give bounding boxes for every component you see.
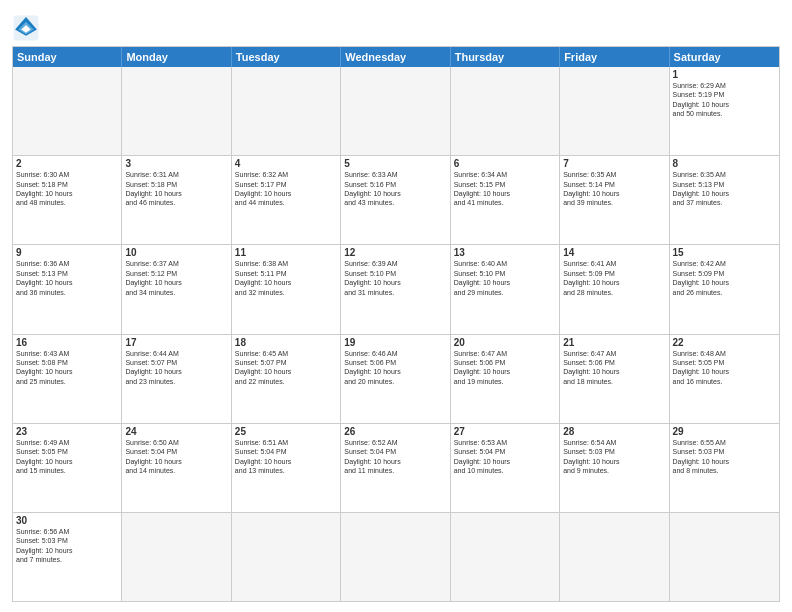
calendar-cell: 26Sunrise: 6:52 AM Sunset: 5:04 PM Dayli… [341, 424, 450, 512]
calendar: SundayMondayTuesdayWednesdayThursdayFrid… [12, 46, 780, 602]
calendar-row-4: 23Sunrise: 6:49 AM Sunset: 5:05 PM Dayli… [13, 424, 779, 513]
weekday-header-thursday: Thursday [451, 47, 560, 67]
logo [12, 14, 44, 42]
calendar-cell [451, 67, 560, 155]
weekday-header-friday: Friday [560, 47, 669, 67]
calendar-cell [232, 67, 341, 155]
calendar-body: 1Sunrise: 6:29 AM Sunset: 5:19 PM Daylig… [13, 67, 779, 601]
cell-info: Sunrise: 6:55 AM Sunset: 5:03 PM Dayligh… [673, 438, 776, 476]
day-number: 19 [344, 337, 446, 348]
calendar-cell [341, 67, 450, 155]
cell-info: Sunrise: 6:37 AM Sunset: 5:12 PM Dayligh… [125, 259, 227, 297]
cell-info: Sunrise: 6:44 AM Sunset: 5:07 PM Dayligh… [125, 349, 227, 387]
cell-info: Sunrise: 6:48 AM Sunset: 5:05 PM Dayligh… [673, 349, 776, 387]
calendar-cell: 15Sunrise: 6:42 AM Sunset: 5:09 PM Dayli… [670, 245, 779, 333]
cell-info: Sunrise: 6:46 AM Sunset: 5:06 PM Dayligh… [344, 349, 446, 387]
calendar-row-3: 16Sunrise: 6:43 AM Sunset: 5:08 PM Dayli… [13, 335, 779, 424]
day-number: 24 [125, 426, 227, 437]
day-number: 25 [235, 426, 337, 437]
cell-info: Sunrise: 6:38 AM Sunset: 5:11 PM Dayligh… [235, 259, 337, 297]
cell-info: Sunrise: 6:29 AM Sunset: 5:19 PM Dayligh… [673, 81, 776, 119]
calendar-row-1: 2Sunrise: 6:30 AM Sunset: 5:18 PM Daylig… [13, 156, 779, 245]
day-number: 23 [16, 426, 118, 437]
day-number: 3 [125, 158, 227, 169]
weekday-header-monday: Monday [122, 47, 231, 67]
cell-info: Sunrise: 6:42 AM Sunset: 5:09 PM Dayligh… [673, 259, 776, 297]
cell-info: Sunrise: 6:34 AM Sunset: 5:15 PM Dayligh… [454, 170, 556, 208]
day-number: 9 [16, 247, 118, 258]
calendar-cell: 25Sunrise: 6:51 AM Sunset: 5:04 PM Dayli… [232, 424, 341, 512]
day-number: 15 [673, 247, 776, 258]
cell-info: Sunrise: 6:39 AM Sunset: 5:10 PM Dayligh… [344, 259, 446, 297]
weekday-header-wednesday: Wednesday [341, 47, 450, 67]
day-number: 28 [563, 426, 665, 437]
cell-info: Sunrise: 6:35 AM Sunset: 5:13 PM Dayligh… [673, 170, 776, 208]
header [12, 10, 780, 42]
calendar-cell [560, 67, 669, 155]
calendar-header: SundayMondayTuesdayWednesdayThursdayFrid… [13, 47, 779, 67]
calendar-cell [122, 513, 231, 601]
cell-info: Sunrise: 6:35 AM Sunset: 5:14 PM Dayligh… [563, 170, 665, 208]
weekday-header-saturday: Saturday [670, 47, 779, 67]
cell-info: Sunrise: 6:54 AM Sunset: 5:03 PM Dayligh… [563, 438, 665, 476]
calendar-cell: 24Sunrise: 6:50 AM Sunset: 5:04 PM Dayli… [122, 424, 231, 512]
cell-info: Sunrise: 6:50 AM Sunset: 5:04 PM Dayligh… [125, 438, 227, 476]
day-number: 11 [235, 247, 337, 258]
calendar-cell: 4Sunrise: 6:32 AM Sunset: 5:17 PM Daylig… [232, 156, 341, 244]
day-number: 20 [454, 337, 556, 348]
calendar-cell [122, 67, 231, 155]
cell-info: Sunrise: 6:43 AM Sunset: 5:08 PM Dayligh… [16, 349, 118, 387]
calendar-row-2: 9Sunrise: 6:36 AM Sunset: 5:13 PM Daylig… [13, 245, 779, 334]
day-number: 14 [563, 247, 665, 258]
calendar-cell [13, 67, 122, 155]
cell-info: Sunrise: 6:56 AM Sunset: 5:03 PM Dayligh… [16, 527, 118, 565]
cell-info: Sunrise: 6:41 AM Sunset: 5:09 PM Dayligh… [563, 259, 665, 297]
cell-info: Sunrise: 6:53 AM Sunset: 5:04 PM Dayligh… [454, 438, 556, 476]
cell-info: Sunrise: 6:47 AM Sunset: 5:06 PM Dayligh… [563, 349, 665, 387]
calendar-cell: 12Sunrise: 6:39 AM Sunset: 5:10 PM Dayli… [341, 245, 450, 333]
cell-info: Sunrise: 6:31 AM Sunset: 5:18 PM Dayligh… [125, 170, 227, 208]
weekday-header-sunday: Sunday [13, 47, 122, 67]
day-number: 30 [16, 515, 118, 526]
cell-info: Sunrise: 6:45 AM Sunset: 5:07 PM Dayligh… [235, 349, 337, 387]
calendar-cell: 22Sunrise: 6:48 AM Sunset: 5:05 PM Dayli… [670, 335, 779, 423]
calendar-cell: 13Sunrise: 6:40 AM Sunset: 5:10 PM Dayli… [451, 245, 560, 333]
calendar-cell: 18Sunrise: 6:45 AM Sunset: 5:07 PM Dayli… [232, 335, 341, 423]
cell-info: Sunrise: 6:47 AM Sunset: 5:06 PM Dayligh… [454, 349, 556, 387]
calendar-cell [670, 513, 779, 601]
cell-info: Sunrise: 6:49 AM Sunset: 5:05 PM Dayligh… [16, 438, 118, 476]
day-number: 10 [125, 247, 227, 258]
calendar-cell: 10Sunrise: 6:37 AM Sunset: 5:12 PM Dayli… [122, 245, 231, 333]
logo-icon [12, 14, 40, 42]
day-number: 13 [454, 247, 556, 258]
day-number: 1 [673, 69, 776, 80]
day-number: 29 [673, 426, 776, 437]
calendar-cell: 14Sunrise: 6:41 AM Sunset: 5:09 PM Dayli… [560, 245, 669, 333]
calendar-cell: 6Sunrise: 6:34 AM Sunset: 5:15 PM Daylig… [451, 156, 560, 244]
calendar-cell: 27Sunrise: 6:53 AM Sunset: 5:04 PM Dayli… [451, 424, 560, 512]
calendar-cell [232, 513, 341, 601]
day-number: 16 [16, 337, 118, 348]
day-number: 21 [563, 337, 665, 348]
cell-info: Sunrise: 6:40 AM Sunset: 5:10 PM Dayligh… [454, 259, 556, 297]
day-number: 17 [125, 337, 227, 348]
day-number: 8 [673, 158, 776, 169]
day-number: 6 [454, 158, 556, 169]
calendar-cell [560, 513, 669, 601]
cell-info: Sunrise: 6:51 AM Sunset: 5:04 PM Dayligh… [235, 438, 337, 476]
day-number: 5 [344, 158, 446, 169]
weekday-header-tuesday: Tuesday [232, 47, 341, 67]
calendar-cell: 9Sunrise: 6:36 AM Sunset: 5:13 PM Daylig… [13, 245, 122, 333]
cell-info: Sunrise: 6:30 AM Sunset: 5:18 PM Dayligh… [16, 170, 118, 208]
calendar-cell: 20Sunrise: 6:47 AM Sunset: 5:06 PM Dayli… [451, 335, 560, 423]
calendar-cell [451, 513, 560, 601]
calendar-cell: 8Sunrise: 6:35 AM Sunset: 5:13 PM Daylig… [670, 156, 779, 244]
day-number: 27 [454, 426, 556, 437]
calendar-cell: 29Sunrise: 6:55 AM Sunset: 5:03 PM Dayli… [670, 424, 779, 512]
day-number: 7 [563, 158, 665, 169]
day-number: 22 [673, 337, 776, 348]
calendar-cell: 28Sunrise: 6:54 AM Sunset: 5:03 PM Dayli… [560, 424, 669, 512]
calendar-cell: 3Sunrise: 6:31 AM Sunset: 5:18 PM Daylig… [122, 156, 231, 244]
day-number: 12 [344, 247, 446, 258]
calendar-cell: 30Sunrise: 6:56 AM Sunset: 5:03 PM Dayli… [13, 513, 122, 601]
